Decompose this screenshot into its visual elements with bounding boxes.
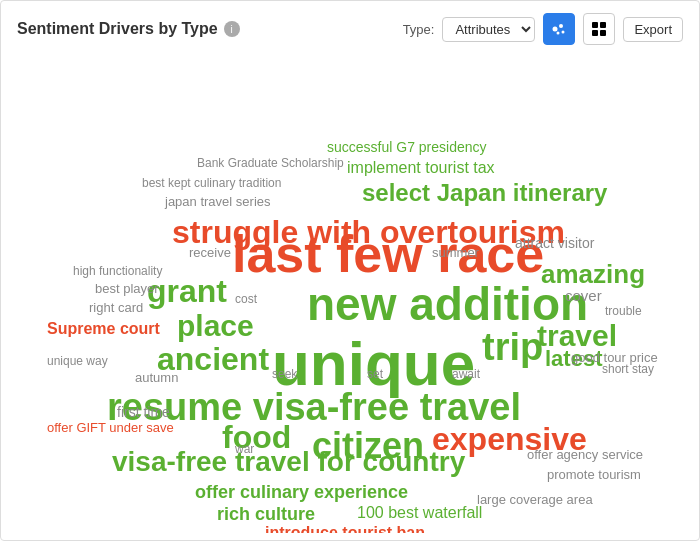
- word-item[interactable]: high functionality: [73, 265, 162, 277]
- table-view-button[interactable]: [583, 13, 615, 45]
- type-label: Type:: [403, 22, 435, 37]
- word-item[interactable]: best player: [95, 282, 159, 295]
- word-item[interactable]: first time: [117, 405, 170, 419]
- word-item[interactable]: place: [177, 311, 254, 341]
- word-item[interactable]: promote tourism: [547, 468, 641, 481]
- word-item[interactable]: offer GIFT under save: [47, 421, 174, 434]
- word-item[interactable]: Bank Graduate Scholarship: [197, 157, 344, 169]
- export-button[interactable]: Export: [623, 17, 683, 42]
- type-select[interactable]: Attributes Topics Emotions: [442, 17, 535, 42]
- word-item[interactable]: trouble: [605, 305, 642, 317]
- bubble-view-button[interactable]: [543, 13, 575, 45]
- word-item[interactable]: seek: [272, 368, 297, 380]
- word-item[interactable]: implement tourist tax: [347, 160, 495, 176]
- word-item[interactable]: struggle with overtourism: [172, 216, 565, 248]
- svg-rect-4: [592, 22, 598, 28]
- svg-rect-5: [600, 22, 606, 28]
- word-item[interactable]: cover: [565, 288, 602, 303]
- word-item[interactable]: best kept culinary tradition: [142, 177, 281, 189]
- word-item[interactable]: grant: [147, 275, 227, 307]
- svg-point-3: [557, 32, 560, 35]
- word-item[interactable]: citizen: [312, 428, 424, 464]
- word-item[interactable]: Supreme court: [47, 321, 160, 337]
- word-item[interactable]: attract visitor: [515, 236, 594, 250]
- word-item[interactable]: large coverage area: [477, 493, 593, 506]
- word-item[interactable]: short stay: [602, 363, 654, 375]
- word-item[interactable]: autumn: [135, 371, 178, 384]
- word-item[interactable]: set: [367, 368, 383, 380]
- word-item[interactable]: cost: [235, 293, 257, 305]
- panel-title: Sentiment Drivers by Type: [17, 20, 218, 38]
- info-icon[interactable]: i: [224, 21, 240, 37]
- wordcloud-area: last few racenew additionuniqueresume vi…: [17, 53, 685, 533]
- header-right: Type: Attributes Topics Emotions: [403, 13, 683, 45]
- panel-header: Sentiment Drivers by Type i Type: Attrib…: [17, 13, 683, 45]
- word-item[interactable]: receive: [189, 246, 231, 259]
- word-item[interactable]: rich culture: [217, 505, 315, 523]
- word-item[interactable]: successful G7 presidency: [327, 140, 487, 154]
- word-item[interactable]: introduce tourist ban: [265, 525, 425, 533]
- word-item[interactable]: offer culinary experience: [195, 483, 408, 501]
- svg-rect-6: [592, 30, 598, 36]
- word-item[interactable]: amazing: [541, 261, 645, 287]
- word-item[interactable]: right card: [89, 301, 143, 314]
- sentiment-drivers-panel: Sentiment Drivers by Type i Type: Attrib…: [0, 0, 700, 541]
- header-left: Sentiment Drivers by Type i: [17, 20, 240, 38]
- word-item[interactable]: await: [452, 368, 480, 380]
- word-item[interactable]: summer: [432, 246, 479, 259]
- word-item[interactable]: offer agency service: [527, 448, 643, 461]
- word-item[interactable]: unique way: [47, 355, 108, 367]
- svg-point-1: [559, 24, 563, 28]
- svg-point-2: [562, 31, 565, 34]
- word-item[interactable]: select Japan itinerary: [362, 181, 607, 205]
- svg-point-0: [553, 27, 558, 32]
- svg-rect-7: [600, 30, 606, 36]
- word-item[interactable]: food: [222, 421, 291, 453]
- word-item[interactable]: japan travel series: [165, 195, 271, 208]
- word-item[interactable]: war: [235, 443, 254, 455]
- word-item[interactable]: 100 best waterfall: [357, 505, 482, 521]
- word-item[interactable]: trip: [482, 328, 543, 366]
